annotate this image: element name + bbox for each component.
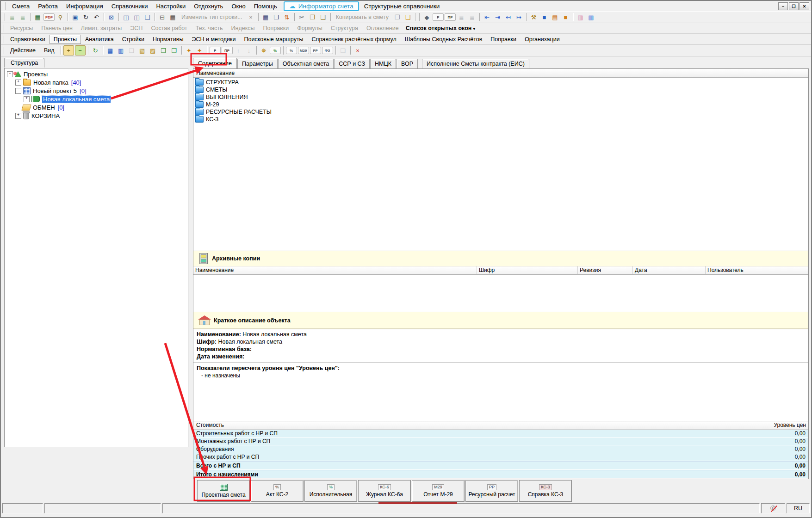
tab-nmck[interactable]: НМЦК — [370, 59, 396, 68]
tree-delete-icon[interactable]: ≣ — [467, 12, 477, 22]
collapse-all-icon[interactable]: − — [75, 45, 86, 56]
workspace-tab-10[interactable]: Организации — [521, 35, 564, 44]
project-wizard-icon[interactable]: ✦ — [195, 46, 205, 55]
journal-ks6a-button[interactable]: КС-6 Журнал КС-6а — [358, 480, 411, 502]
menu-item-3[interactable]: Справочники — [107, 2, 152, 11]
workspace-tab-0[interactable]: Справочники — [6, 35, 50, 44]
row-type-icon[interactable]: ▦ — [168, 12, 178, 22]
tab-vor[interactable]: ВОР — [397, 59, 418, 68]
project-estimate-button[interactable]: Проектная смета — [197, 480, 250, 502]
workspace-tab-6[interactable]: Поисковые маршруты — [240, 35, 308, 44]
tab-structure[interactable]: Структура — [4, 58, 44, 68]
action-menu[interactable]: Действие — [6, 46, 40, 55]
menu-item-4[interactable]: Настройки — [152, 2, 190, 11]
materials-icon[interactable]: ▤ — [550, 12, 560, 22]
executive-button[interactable]: % Исполнительная — [304, 480, 357, 502]
tree-edit-icon[interactable]: ≣ — [457, 12, 466, 22]
tab-contract-execution[interactable]: Исполнение Сметы контракта (ЕИС) — [422, 59, 529, 68]
tree-add-node-icon[interactable]: ≣ — [18, 12, 28, 22]
project-list-icon[interactable]: ▥ — [116, 46, 126, 55]
note-icon[interactable]: ❑ — [143, 12, 152, 22]
menu-item-2[interactable]: Информация — [62, 2, 107, 11]
menu-item-5[interactable]: Отдохнуть — [190, 2, 227, 11]
resource-calc-button[interactable]: РР Ресурсный расчет — [465, 480, 518, 502]
tab-parameters[interactable]: Параметры — [237, 59, 278, 68]
methodics-books-icon[interactable]: ▥ — [576, 12, 585, 22]
pp-report-icon[interactable]: РР — [310, 47, 321, 54]
tree-structure-icon[interactable]: ≣ — [7, 12, 17, 22]
workspace-tab-7[interactable]: Справочник расчётных формул — [308, 35, 401, 44]
cut-icon[interactable]: ✂ — [297, 12, 307, 22]
workspace-tab-9[interactable]: Поправки — [486, 35, 521, 44]
indent-up-icon[interactable]: ⇥ — [493, 12, 502, 22]
calculator-icon[interactable]: ▦ — [261, 12, 271, 22]
workspace-tab-3[interactable]: Стройки — [118, 35, 149, 44]
account-informer-button[interactable]: ☁ Информатор счета — [284, 1, 359, 11]
cancel-icon[interactable]: × — [246, 12, 256, 22]
import-icon[interactable]: ▧ — [137, 46, 147, 55]
minimize-button[interactable]: – — [778, 2, 788, 10]
column-header-date[interactable]: Дата — [633, 266, 706, 274]
contents-column-header[interactable]: Наименование — [193, 69, 808, 78]
index-wizard-icon[interactable]: ✵ — [259, 46, 269, 55]
tools-icon[interactable]: ⚒ — [529, 12, 539, 22]
tab-contents[interactable]: Содержание — [193, 58, 237, 68]
excel-export-icon[interactable]: ▦ — [33, 12, 43, 22]
tab-object-estimate[interactable]: Объектная смета — [278, 59, 334, 68]
paste-fragment-icon[interactable]: ❑ — [403, 12, 413, 22]
workspace-tab-2[interactable]: Аналитика — [81, 35, 118, 44]
menu-item-7[interactable]: Помощь — [250, 2, 281, 11]
normative-books-icon[interactable]: ▥ — [586, 12, 596, 22]
list-item-ks3[interactable]: КС-3 — [193, 116, 808, 123]
tree-item-new-folder[interactable]: + Новая папка [40] — [5, 78, 188, 86]
fz-report-icon[interactable]: ФЗ — [322, 47, 333, 54]
tree-item-projects[interactable]: - Проекты — [5, 70, 188, 78]
list-item-resource-calcs[interactable]: РЕСУРСНЫЕ РАСЧЕТЫ — [193, 108, 808, 116]
column-header-name[interactable]: Наименование — [193, 266, 477, 274]
close-red-icon[interactable]: × — [353, 46, 363, 55]
expand-all-icon[interactable]: + — [63, 45, 74, 56]
tree-item-exchange[interactable]: ОБМЕН [0] — [5, 103, 188, 111]
new-estimate-icon[interactable]: ❒ — [159, 46, 168, 55]
percent-table-icon[interactable]: % — [270, 47, 281, 54]
expand-toggle[interactable]: + — [15, 80, 21, 86]
insert-row-icon[interactable]: ◫ — [121, 12, 131, 22]
recalc-icon[interactable]: ❒ — [272, 12, 281, 22]
resource-p-icon[interactable]: P — [433, 13, 444, 21]
print-icon[interactable]: ⊟ — [157, 12, 167, 22]
column-header-code[interactable]: Шифр — [477, 266, 578, 274]
menu-item-0[interactable]: Смета — [8, 2, 34, 11]
workspace-tab-1[interactable]: Проекты — [50, 35, 81, 44]
new-project-icon[interactable]: ▦ — [105, 46, 115, 55]
tab-ssr-sz[interactable]: ССР и СЗ — [334, 59, 370, 68]
collapse-toggle[interactable]: - — [7, 71, 13, 77]
export-icon[interactable]: ▨ — [148, 46, 158, 55]
pdf-export-icon[interactable]: PDF — [43, 13, 55, 21]
close-button[interactable]: ✕ — [800, 2, 809, 10]
collapse-toggle[interactable]: - — [15, 88, 21, 94]
list-item-structure[interactable]: СТРУКТУРА — [193, 79, 808, 86]
save-icon[interactable]: ▣ — [70, 12, 80, 22]
refresh-icon[interactable]: ↻ — [81, 12, 91, 22]
view-menu[interactable]: Вид — [40, 46, 59, 55]
keyboard-language-indicator[interactable]: RU — [787, 503, 810, 513]
outdent-icon[interactable]: ↤ — [503, 12, 513, 22]
tree-item-new-project-5[interactable]: - Новый проект 5 [0] — [5, 86, 188, 95]
refresh-tree-icon[interactable]: ↻ — [91, 46, 100, 55]
outdent-first-icon[interactable]: ⇤ — [482, 12, 492, 22]
copy-icon[interactable]: ❐ — [308, 12, 317, 22]
list-item-estimates[interactable]: СМЕТЫ — [193, 86, 808, 93]
lock-icon[interactable]: ⊠ — [106, 12, 116, 22]
workspace-tab-8[interactable]: Шаблоны Сводных Расчётов — [401, 35, 487, 44]
menu-item-1[interactable]: Работа — [34, 2, 62, 11]
mode-pr-icon[interactable]: ПР — [222, 47, 233, 54]
act-percent-icon[interactable]: % — [286, 47, 297, 54]
open-estimate-icon[interactable]: ❒ — [169, 46, 179, 55]
sort-icon[interactable]: ⇅ — [282, 12, 292, 22]
workspace-tab-4[interactable]: Нормативы — [149, 35, 188, 44]
search-icon[interactable]: ⚲ — [56, 12, 65, 22]
workspace-tab-5[interactable]: ЭСН и методики — [187, 35, 240, 44]
list-item-m29[interactable]: М-29 — [193, 101, 808, 108]
menu-item-6[interactable]: Окно — [227, 2, 249, 11]
m29-report-icon[interactable]: М29 — [298, 47, 309, 54]
